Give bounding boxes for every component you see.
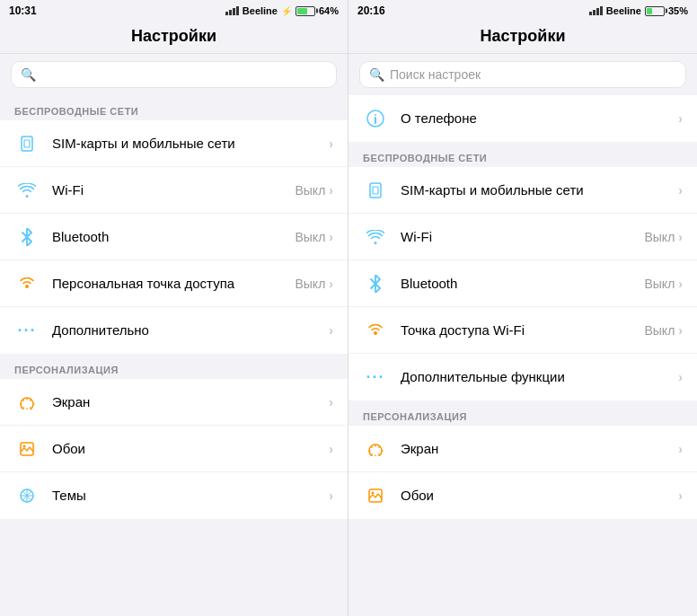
hotspot-icon (363, 318, 388, 343)
item-value: Выкл (644, 323, 675, 338)
list-item[interactable]: Обои › (348, 472, 697, 519)
wifi-icon (363, 224, 388, 250)
section-label-personalization-left: ПЕРСОНАЛИЗАЦИЯ (0, 354, 348, 379)
search-bar-right[interactable]: 🔍 Поиск настроек (359, 61, 686, 88)
carrier-right: Beeline (606, 5, 641, 16)
svg-point-10 (374, 331, 377, 335)
item-title: О телефоне (401, 110, 477, 128)
chevron-icon: › (329, 230, 333, 244)
status-bar-right: 20:16 Beeline 35% (348, 0, 697, 22)
info-icon (363, 106, 388, 131)
chevron-icon: › (678, 277, 683, 291)
item-title: Bluetooth (52, 228, 109, 246)
item-title: Дополнительно (52, 321, 149, 339)
top-item-section: О телефоне › (348, 95, 697, 142)
item-value: Выкл (644, 277, 675, 291)
chevron-icon: › (329, 442, 333, 456)
page-title-left: Настройки (131, 27, 216, 45)
list-item[interactable]: ··· Дополнительные функции › (348, 354, 697, 400)
list-item[interactable]: Wi-Fi Выкл › (0, 167, 348, 214)
panel-left: 10:31 Beeline ⚡ 64% Настройки 🔍 БЕСПРОВО… (0, 0, 348, 616)
item-title: Персональная точка доступа (52, 275, 234, 293)
item-title: Wi-Fi (401, 228, 432, 246)
item-value: Выкл (295, 277, 325, 291)
sim-icon (363, 178, 388, 203)
list-item[interactable]: SIM-карты и мобильные сети › (348, 167, 697, 214)
item-value: Выкл (295, 183, 325, 198)
item-title: Экран (52, 393, 90, 411)
list-item[interactable]: ··· Дополнительно › (0, 307, 348, 354)
list-item[interactable]: Экран › (0, 379, 348, 426)
personalization-section-left: Экран › Обои › (0, 379, 348, 519)
item-title: Дополнительные функции (401, 368, 565, 386)
list-item[interactable]: Bluetooth Выкл › (348, 260, 697, 307)
item-title: Wi-Fi (52, 181, 84, 199)
svg-point-7 (375, 114, 376, 116)
themes-icon (14, 483, 40, 508)
svg-point-2 (25, 285, 29, 288)
item-title: Темы (52, 487, 86, 505)
svg-rect-9 (373, 187, 378, 194)
list-item[interactable]: Wi-Fi Выкл › (348, 214, 697, 260)
header-right: Настройки (348, 22, 697, 54)
item-title: SIM-карты и мобильные сети (401, 182, 584, 198)
list-item[interactable]: Обои › (0, 426, 348, 472)
chevron-icon: › (678, 111, 683, 126)
svg-rect-1 (24, 140, 30, 147)
wireless-section-left: SIM-карты и мобильные сети › Wi (0, 120, 348, 354)
battery-icon-right (645, 6, 665, 16)
time-left: 10:31 (9, 4, 37, 17)
list-item[interactable]: SIM-карты и мобильные сети › (0, 120, 348, 167)
item-title: Обои (52, 440, 85, 458)
status-bar-left: 10:31 Beeline ⚡ 64% (0, 0, 348, 22)
chevron-icon: › (678, 323, 683, 338)
list-item[interactable]: Экран › (348, 426, 697, 472)
list-item[interactable]: Точка доступа Wi-Fi Выкл › (348, 307, 697, 354)
section-label-wireless-left: БЕСПРОВОДНЫЕ СЕТИ (0, 95, 348, 120)
page-title-right: Настройки (481, 27, 566, 45)
search-icon-right: 🔍 (369, 67, 384, 82)
sim-icon (14, 131, 40, 156)
battery-pct-right: 35% (668, 5, 688, 16)
item-title: Bluetooth (401, 275, 457, 293)
personalization-section-right: Экран › Обои › (348, 426, 697, 519)
chevron-icon: › (678, 230, 683, 244)
list-item[interactable]: Персональная точка доступа Выкл › (0, 260, 348, 307)
chevron-icon: › (678, 183, 683, 198)
battery-pct-left: 64% (319, 5, 339, 16)
hotspot-icon (14, 271, 40, 296)
chevron-icon: › (678, 442, 683, 456)
bluetooth-icon (363, 271, 388, 296)
chevron-icon: › (329, 183, 333, 198)
time-right: 20:16 (357, 4, 385, 17)
list-item[interactable]: Bluetooth Выкл › (0, 214, 348, 260)
battery-icon-left (296, 6, 315, 16)
display-icon (14, 390, 40, 415)
panel-right-content: О телефоне › БЕСПРОВОДНЫЕ СЕТИ (348, 95, 697, 616)
list-item[interactable]: Темы › (0, 472, 348, 519)
svg-point-13 (372, 492, 375, 495)
section-label-wireless-right: БЕСПРОВОДНЫЕ СЕТИ (348, 142, 697, 167)
more-icon: ··· (14, 318, 40, 343)
item-title: Точка доступа Wi-Fi (401, 321, 525, 339)
search-bar-left[interactable]: 🔍 (11, 61, 337, 88)
wallpaper-icon (14, 436, 40, 462)
chevron-icon: › (329, 395, 333, 409)
more-icon: ··· (363, 365, 388, 390)
list-item[interactable]: О телефоне › (348, 95, 697, 142)
chevron-icon: › (678, 370, 683, 384)
item-value: Выкл (644, 230, 675, 244)
svg-rect-8 (370, 183, 381, 198)
wireless-section-right: SIM-карты и мобильные сети › (348, 167, 697, 400)
search-placeholder-right: Поиск настроек (390, 67, 481, 82)
carrier-left: Beeline (243, 5, 278, 16)
display-icon (363, 436, 388, 462)
panel-left-content: БЕСПРОВОДНЫЕ СЕТИ SIM-карты и мобильные … (0, 95, 348, 616)
chevron-icon: › (329, 136, 333, 151)
search-icon-left: 🔍 (21, 67, 36, 82)
item-title: Экран (401, 440, 438, 458)
item-title: Обои (401, 487, 434, 505)
chevron-icon: › (329, 277, 333, 291)
item-title: SIM-карты и мобильные сети (52, 135, 235, 153)
header-left: Настройки (0, 22, 348, 54)
